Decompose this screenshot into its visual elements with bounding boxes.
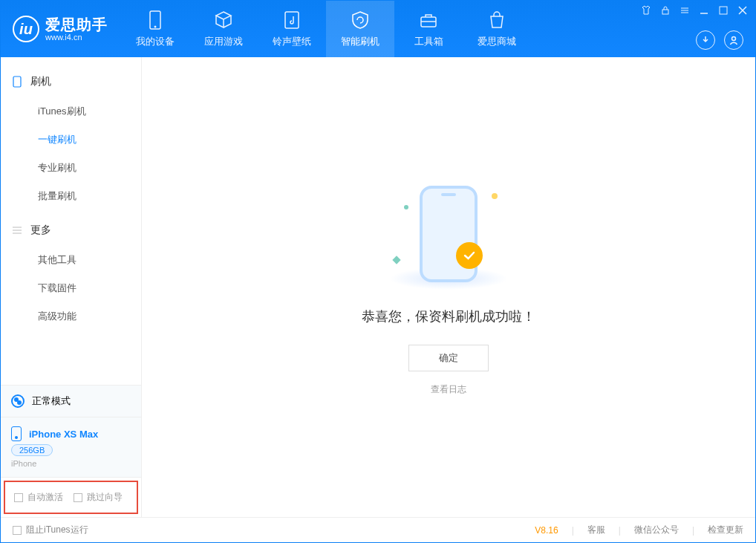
minimize-button[interactable] (699, 5, 709, 16)
shirt-icon[interactable] (641, 5, 651, 16)
check-update-link[interactable]: 检查更新 (708, 524, 743, 536)
svg-rect-5 (662, 10, 668, 14)
header-right-buttons (696, 30, 743, 50)
status-bar: 阻止iTunes运行 V8.16 | 客服 | 微信公众号 | 检查更新 (1, 517, 755, 542)
checkbox-skip-guide[interactable]: 跳过向导 (74, 491, 123, 504)
device-icon (11, 426, 22, 441)
version-label: V8.16 (535, 525, 558, 536)
device-row[interactable]: iPhone XS Max 256GB iPhone (1, 417, 141, 478)
tab-toolbox[interactable]: 工具箱 (394, 1, 463, 57)
app-name: 爱思助手 (45, 16, 108, 33)
svg-rect-10 (720, 7, 727, 14)
device-mode-row[interactable]: 正常模式 (1, 386, 141, 417)
window-controls (641, 5, 748, 16)
maximize-button[interactable] (718, 5, 729, 16)
decor-dot-icon (392, 256, 400, 264)
music-file-icon (284, 10, 300, 30)
sidebar: 刷机 iTunes刷机 一键刷机 专业刷机 批量刷机 更多 其他工具 下载固件 … (1, 57, 142, 517)
decor-dot-icon (404, 205, 408, 209)
options-highlight-box: 自动激活 跳过向导 (4, 481, 138, 514)
phone-icon (148, 10, 163, 30)
tab-ringtone-wallpaper[interactable]: 铃声壁纸 (258, 1, 326, 57)
sidebar-group-flash[interactable]: 刷机 (1, 69, 141, 94)
checkbox-block-itunes[interactable]: 阻止iTunes运行 (13, 524, 88, 536)
lock-icon[interactable] (660, 5, 671, 16)
toolbox-icon (419, 10, 438, 30)
sidebar-group-more[interactable]: 更多 (1, 218, 141, 243)
cube-icon (214, 10, 233, 30)
sidebar-item-pro-flash[interactable]: 专业刷机 (1, 154, 141, 182)
sidebar-item-itunes-flash[interactable]: iTunes刷机 (1, 97, 141, 126)
sidebar-item-oneclick-flash[interactable]: 一键刷机 (1, 126, 141, 154)
checkbox-icon (14, 493, 23, 502)
shield-refresh-icon (351, 10, 370, 30)
tab-apps-games[interactable]: 应用游戏 (189, 1, 258, 57)
tab-smart-flash[interactable]: 智能刷机 (326, 1, 394, 57)
main-panel: 恭喜您，保资料刷机成功啦！ 确定 查看日志 (142, 57, 755, 517)
decor-dot-icon (492, 193, 498, 199)
svg-point-1 (154, 26, 157, 28)
sidebar-item-advanced[interactable]: 高级功能 (1, 302, 141, 331)
more-icon (11, 224, 23, 236)
support-link[interactable]: 客服 (587, 524, 605, 536)
checkbox-icon (13, 526, 22, 535)
svg-point-13 (732, 37, 736, 41)
bag-icon (488, 10, 506, 30)
svg-rect-2 (285, 12, 299, 28)
phone-small-icon (11, 76, 23, 88)
tab-my-device[interactable]: 我的设备 (121, 1, 189, 57)
check-badge-icon (456, 242, 483, 269)
menu-icon[interactable] (680, 5, 690, 16)
checkbox-auto-activate[interactable]: 自动激活 (14, 491, 63, 504)
main-tabs: 我的设备 应用游戏 铃声壁纸 智能刷机 工具箱 (121, 1, 531, 57)
logo-icon: iu (13, 16, 39, 42)
close-button[interactable] (737, 5, 748, 16)
ok-button[interactable]: 确定 (408, 345, 489, 371)
sidebar-item-batch-flash[interactable]: 批量刷机 (1, 182, 141, 210)
success-illustration (382, 178, 515, 290)
device-name: iPhone XS Max (29, 429, 98, 440)
tab-store[interactable]: 爱思商城 (463, 1, 531, 57)
download-button[interactable] (696, 30, 715, 50)
svg-rect-14 (13, 77, 21, 87)
app-url: www.i4.cn (45, 33, 108, 42)
device-type: iPhone (11, 459, 36, 468)
logo[interactable]: iu 爱思助手 www.i4.cn (1, 1, 121, 57)
wechat-link[interactable]: 微信公众号 (634, 524, 679, 536)
success-message: 恭喜您，保资料刷机成功啦！ (362, 308, 535, 325)
mode-icon (11, 394, 25, 408)
view-log-link[interactable]: 查看日志 (431, 383, 466, 396)
titlebar: iu 爱思助手 www.i4.cn 我的设备 应用游戏 铃声壁纸 (1, 1, 755, 57)
device-panel: 正常模式 iPhone XS Max 256GB iPhone (1, 385, 141, 478)
storage-badge: 256GB (11, 444, 53, 456)
checkbox-icon (74, 493, 82, 502)
user-button[interactable] (724, 30, 743, 50)
sidebar-item-other-tools[interactable]: 其他工具 (1, 246, 141, 274)
sidebar-item-download-firmware[interactable]: 下载固件 (1, 274, 141, 302)
